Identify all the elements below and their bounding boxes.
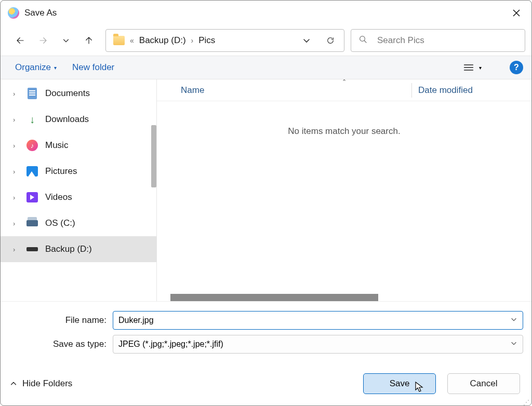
- refresh-icon: [326, 36, 335, 45]
- chevron-down-icon[interactable]: [510, 316, 517, 325]
- search-input[interactable]: [377, 35, 517, 46]
- savetype-value: JPEG (*.jpg;*.jpeg;*.jpe;*.jfif): [118, 340, 223, 349]
- list-view-icon: [463, 63, 474, 72]
- chevron-up-icon: [10, 380, 17, 387]
- organize-label: Organize: [15, 62, 51, 73]
- downloads-icon: ↓: [26, 114, 38, 125]
- new-folder-button[interactable]: New folder: [72, 62, 114, 73]
- titlebar: Save As: [1, 1, 531, 25]
- tree-item-label: Downloads: [45, 114, 89, 125]
- chevron-right-icon: ›: [13, 194, 19, 201]
- column-name[interactable]: Name: [157, 85, 411, 96]
- empty-list-message: No items match your search.: [157, 101, 531, 161]
- arrow-up-icon: [84, 36, 94, 45]
- tree-item-music[interactable]: › ♪ Music: [1, 132, 156, 158]
- toolbar: Organize ▾ New folder ▾ ?: [1, 56, 531, 79]
- drive-icon: [26, 243, 38, 255]
- breadcrumb-overflow-icon: «: [130, 36, 134, 45]
- content-area: › Documents › ↓ Downloads › ♪ Music › Pi…: [1, 79, 531, 301]
- help-button[interactable]: ?: [510, 61, 523, 74]
- address-bar[interactable]: « Backup (D:) › Pics: [105, 29, 344, 52]
- dialog-title: Save As: [24, 8, 57, 18]
- chevron-right-icon: ›: [13, 220, 19, 227]
- arrow-left-icon: [16, 36, 25, 45]
- arrow-right-icon: [38, 36, 48, 45]
- save-form: File name: Save as type: JPEG (*.jpg;*.j…: [1, 301, 531, 363]
- organize-button[interactable]: Organize ▾: [15, 62, 57, 73]
- tree-item-label: OS (C:): [45, 218, 75, 228]
- tree-item-videos[interactable]: › Videos: [1, 184, 156, 210]
- chevron-right-icon: ›: [13, 90, 19, 98]
- forward-button[interactable]: [33, 30, 54, 51]
- tree-item-os-c[interactable]: › OS (C:): [1, 210, 156, 236]
- address-dropdown-button[interactable]: [297, 31, 316, 50]
- tree-item-label: Documents: [45, 88, 90, 99]
- tree-item-label: Music: [45, 140, 68, 151]
- tree-item-backup-d[interactable]: › Backup (D:): [1, 236, 156, 262]
- tree-item-label: Pictures: [45, 166, 77, 177]
- documents-icon: [26, 88, 38, 99]
- sort-indicator-icon: ⌃: [342, 78, 347, 85]
- drive-icon: [26, 218, 38, 229]
- search-box[interactable]: [351, 29, 525, 52]
- caret-down-icon: ▾: [479, 65, 482, 71]
- chevron-right-icon: ›: [191, 36, 194, 45]
- footer: Hide Folders Save Cancel: [1, 363, 531, 405]
- filename-input[interactable]: [118, 316, 510, 325]
- search-icon: [358, 35, 368, 46]
- music-icon: ♪: [26, 140, 38, 151]
- chevron-right-icon: ›: [13, 168, 19, 175]
- close-icon: [512, 9, 521, 17]
- recent-locations-button[interactable]: [56, 30, 76, 51]
- save-as-dialog: Save As « Backup (D:) › Pics: [0, 0, 532, 406]
- filename-combobox[interactable]: [113, 311, 523, 330]
- horizontal-scrollbar[interactable]: [170, 294, 378, 301]
- navigation-tree: › Documents › ↓ Downloads › ♪ Music › Pi…: [1, 79, 156, 301]
- cancel-button[interactable]: Cancel: [447, 373, 520, 394]
- chevron-down-icon: [62, 37, 70, 44]
- close-button[interactable]: [504, 4, 528, 22]
- view-options-button[interactable]: ▾: [460, 61, 485, 74]
- tree-item-label: Videos: [45, 192, 72, 202]
- filename-label: File name:: [9, 315, 113, 326]
- savetype-combobox[interactable]: JPEG (*.jpg;*.jpeg;*.jpe;*.jfif): [113, 335, 523, 354]
- savetype-label: Save as type:: [9, 339, 113, 349]
- chevron-down-icon[interactable]: [510, 340, 517, 349]
- navigation-bar: « Backup (D:) › Pics: [1, 25, 531, 56]
- help-icon: ?: [514, 63, 519, 72]
- column-date-modified[interactable]: Date modified: [411, 83, 473, 98]
- tree-item-downloads[interactable]: › ↓ Downloads: [1, 106, 156, 132]
- chevron-down-icon: [302, 36, 311, 45]
- breadcrumb-current[interactable]: Pics: [198, 35, 215, 46]
- tree-item-pictures[interactable]: › Pictures: [1, 158, 156, 184]
- tree-item-documents[interactable]: › Documents: [1, 80, 156, 106]
- column-headers: ⌃ Name Date modified: [157, 79, 531, 101]
- breadcrumb-parent[interactable]: Backup (D:): [139, 35, 186, 46]
- resize-grip-icon[interactable]: ⋰: [523, 401, 530, 404]
- chevron-right-icon: ›: [13, 246, 19, 253]
- back-button[interactable]: [10, 30, 31, 51]
- tree-item-label: Backup (D:): [45, 244, 92, 254]
- caret-down-icon: ▾: [54, 65, 57, 71]
- paint-app-icon: [8, 7, 19, 19]
- up-button[interactable]: [78, 30, 99, 51]
- hide-folders-label: Hide Folders: [22, 378, 72, 389]
- file-list-pane: ⌃ Name Date modified No items match your…: [156, 79, 531, 301]
- tree-scrollbar[interactable]: [151, 125, 156, 187]
- refresh-button[interactable]: [321, 31, 340, 50]
- hide-folders-button[interactable]: Hide Folders: [10, 378, 72, 389]
- videos-icon: [26, 192, 38, 203]
- save-button[interactable]: Save: [363, 373, 436, 394]
- pictures-icon: [26, 166, 38, 177]
- chevron-right-icon: ›: [13, 116, 19, 124]
- folder-icon: [113, 36, 125, 45]
- chevron-right-icon: ›: [13, 142, 19, 150]
